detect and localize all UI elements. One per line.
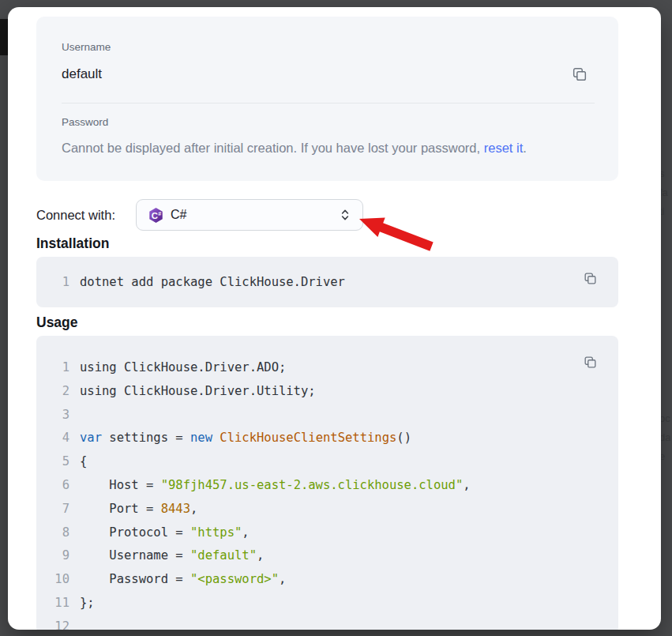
credentials-card: Username default Password Cannot be disp… <box>36 17 618 181</box>
code-text: Port = 8443, <box>69 498 197 521</box>
copy-installation-code-button[interactable] <box>583 271 598 286</box>
code-line: 6 Host = "98fjh457.us-east-2.aws.clickho… <box>36 474 618 498</box>
csharp-logo-icon: C # <box>148 207 164 224</box>
code-text: Username = "default", <box>69 544 264 568</box>
code-text: dotnet add package ClickHouse.Driver <box>69 273 345 292</box>
line-number: 4 <box>36 427 69 450</box>
line-number: 10 <box>36 568 69 592</box>
code-text: { <box>69 450 87 474</box>
code-line: 8 Protocol = "https", <box>36 521 618 545</box>
code-line: 11}; <box>36 592 618 615</box>
copy-usage-code-button[interactable] <box>583 355 598 370</box>
copy-username-button[interactable] <box>571 66 588 83</box>
code-line: 12 <box>36 615 618 630</box>
line-number: 1 <box>36 356 69 380</box>
line-number: 9 <box>36 544 69 568</box>
code-text: using ClickHouse.Driver.Utility; <box>69 380 316 404</box>
code-line: 2using ClickHouse.Driver.Utility; <box>36 380 618 404</box>
copy-icon <box>583 360 598 372</box>
code-line: 1using ClickHouse.Driver.ADO; <box>36 356 618 380</box>
code-text: using ClickHouse.Driver.ADO; <box>69 356 286 380</box>
line-number: 11 <box>36 592 69 615</box>
language-select-dropdown[interactable]: C # C# <box>136 199 363 231</box>
code-line: 3 <box>36 404 618 427</box>
code-line: 9 Username = "default", <box>36 544 618 568</box>
svg-text:#: # <box>158 210 161 216</box>
divider <box>62 103 595 103</box>
line-number: 3 <box>36 404 69 427</box>
installation-code-lines: 1dotnet add package ClickHouse.Driver <box>36 273 618 292</box>
copy-icon <box>583 277 598 288</box>
installation-heading: Installation <box>36 235 109 252</box>
usage-code-lines: 1using ClickHouse.Driver.ADO;2using Clic… <box>36 356 618 630</box>
connection-details-modal: Username default Password Cannot be disp… <box>8 7 661 630</box>
line-number: 5 <box>36 450 69 474</box>
line-number: 12 <box>36 615 69 630</box>
code-line: 10 Password = "<password>", <box>36 568 618 592</box>
code-text: }; <box>69 592 95 615</box>
line-number: 1 <box>36 273 69 292</box>
line-number: 6 <box>36 474 69 498</box>
connect-with-label: Connect with: <box>36 199 115 231</box>
username-value: default <box>62 66 102 82</box>
copy-icon <box>571 73 588 85</box>
usage-heading: Usage <box>36 314 78 331</box>
code-line: 5{ <box>36 450 618 474</box>
code-text <box>69 404 80 427</box>
username-label: Username <box>62 41 111 53</box>
code-text: Host = "98fjh457.us-east-2.aws.clickhous… <box>69 474 471 498</box>
reset-password-link[interactable]: reset it <box>484 141 524 155</box>
password-label: Password <box>62 116 108 128</box>
background-text-fragment: s fa ti <box>659 164 670 221</box>
password-info-text: Cannot be displayed after initial creati… <box>62 141 595 156</box>
background-text-fragment: oc da e <box>659 409 670 466</box>
code-text <box>69 615 80 630</box>
usage-code-block: 1using ClickHouse.Driver.ADO;2using Clic… <box>36 336 618 630</box>
installation-code-block: 1dotnet add package ClickHouse.Driver <box>36 257 618 307</box>
code-text: var settings = new ClickHouseClientSetti… <box>69 427 411 450</box>
code-text: Protocol = "https", <box>69 521 250 545</box>
code-line: 7 Port = 8443, <box>36 498 618 521</box>
svg-text:C: C <box>152 210 158 220</box>
line-number: 8 <box>36 521 69 545</box>
chevron-up-down-icon <box>339 208 351 222</box>
selected-language: C# <box>171 208 339 222</box>
code-line: 1dotnet add package ClickHouse.Driver <box>36 273 618 292</box>
code-line: 4var settings = new ClickHouseClientSett… <box>36 427 618 450</box>
line-number: 2 <box>36 380 69 404</box>
line-number: 7 <box>36 498 69 521</box>
code-text: Password = "<password>", <box>69 568 286 592</box>
